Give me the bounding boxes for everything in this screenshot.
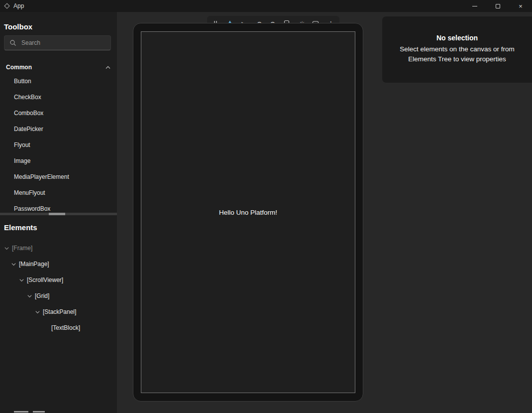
tree-item-label: [StackPanel] — [43, 308, 76, 315]
tree-item-textblock[interactable]: [TextBlock] — [0, 320, 117, 336]
minimize-button[interactable] — [463, 0, 486, 12]
section-label: Common — [6, 64, 32, 71]
chevron-down-icon[interactable] — [35, 310, 40, 314]
tree-item-label: [TextBlock] — [51, 324, 80, 331]
design-canvas[interactable]: ▷ ↶ ↷ ☀ ⋮ Hello Uno Platform! No selecti… — [117, 12, 532, 413]
chevron-down-icon[interactable] — [11, 262, 16, 267]
chevron-up-icon[interactable] — [105, 65, 111, 70]
toolbox-item-combobox[interactable]: ComboBox — [0, 105, 117, 121]
chevron-down-icon[interactable] — [19, 278, 24, 282]
window-titlebar: App × — [0, 0, 532, 12]
close-button[interactable]: × — [509, 0, 532, 12]
scrollbar-thumb[interactable] — [49, 213, 65, 215]
window-controls: × — [463, 0, 532, 12]
titlebar-left: App — [0, 2, 24, 9]
minimize-icon — [472, 6, 477, 6]
chevron-down-icon[interactable] — [4, 246, 9, 251]
toolbox-item-button[interactable]: Button — [0, 73, 117, 89]
tree-item-label: [Grid] — [35, 292, 49, 299]
properties-panel: No selection Select elements on the canv… — [382, 16, 532, 83]
toolbox-item-checkbox[interactable]: CheckBox — [0, 89, 117, 105]
toolbox-horizontal-scrollbar[interactable] — [0, 213, 117, 215]
section-header-common[interactable]: Common — [0, 61, 117, 74]
window-title: App — [13, 2, 24, 9]
toolbox-item-datepicker[interactable]: DatePicker — [0, 121, 117, 137]
toolbox-item-mediaplayerelement[interactable]: MediaPlayerElement — [0, 169, 117, 185]
toolbox-list: Button CheckBox ComboBox DatePicker Flyo… — [0, 73, 117, 217]
search-icon — [9, 39, 16, 46]
chevron-down-icon[interactable] — [27, 294, 32, 298]
app-logo-icon — [4, 3, 10, 9]
toolbox-search[interactable] — [4, 35, 111, 50]
cutoff-bar — [14, 411, 28, 413]
tree-item-label: [ScrollViewer] — [27, 276, 63, 283]
cutoff-bar — [33, 411, 45, 413]
bottom-cutoff-fragment — [14, 411, 45, 413]
no-selection-title: No selection — [389, 34, 525, 42]
maximize-icon — [496, 4, 500, 8]
hello-textblock[interactable]: Hello Uno Platform! — [219, 209, 277, 216]
tree-item-grid[interactable]: [Grid] — [0, 288, 117, 304]
toolbox-item-menuflyout[interactable]: MenuFlyout — [0, 185, 117, 201]
search-input[interactable] — [20, 39, 106, 47]
tree-item-frame[interactable]: [Frame] — [0, 240, 117, 256]
elements-title: Elements — [4, 223, 37, 232]
device-frame: Hello Uno Platform! — [133, 23, 363, 402]
device-screen[interactable]: Hello Uno Platform! — [141, 31, 355, 393]
elements-tree: [Frame] [MainPage] [ScrollViewer] [Grid]… — [0, 240, 117, 336]
toolbox-item-flyout[interactable]: Flyout — [0, 137, 117, 153]
toolbox-title: Toolbox — [4, 22, 32, 31]
toolbox-item-image[interactable]: Image — [0, 153, 117, 169]
tree-item-stackpanel[interactable]: [StackPanel] — [0, 304, 117, 320]
no-selection-message: Select elements on the canvas or from El… — [389, 44, 525, 65]
tree-item-scrollviewer[interactable]: [ScrollViewer] — [0, 272, 117, 288]
maximize-button[interactable] — [486, 0, 509, 12]
sidebar: Toolbox Common Button CheckBox ComboBox … — [0, 12, 117, 413]
tree-item-label: [Frame] — [12, 245, 32, 252]
tree-item-mainpage[interactable]: [MainPage] — [0, 256, 117, 272]
tree-item-label: [MainPage] — [19, 261, 49, 268]
